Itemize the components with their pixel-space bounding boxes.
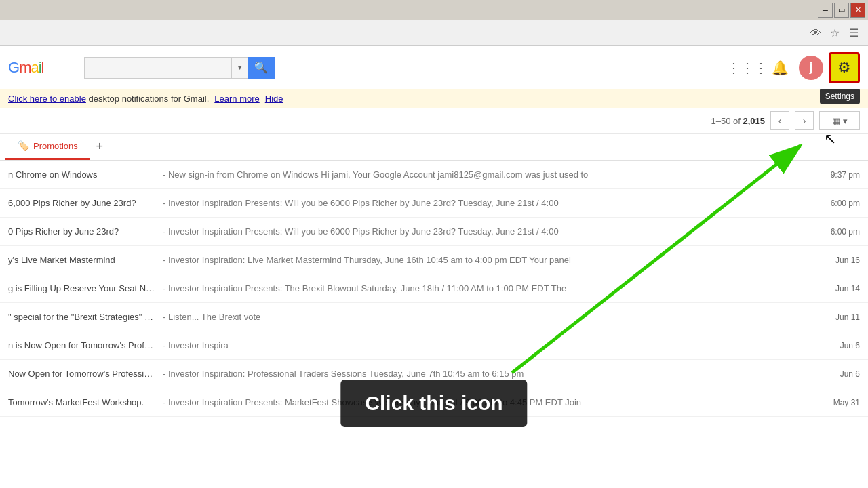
email-sender: Tomorrow's MarketFest Workshop. <box>8 397 157 407</box>
email-body: - Investor Inspiration: Live Market Mast… <box>163 255 817 265</box>
email-time: 6:00 pm <box>823 227 860 237</box>
email-sender: g is Filling Up Reserve Your Seat Now. <box>8 283 157 293</box>
email-time: Jun 6 <box>823 369 860 379</box>
email-row[interactable]: 0 Pips Richer by June 23rd? - Investor I… <box>0 218 868 246</box>
email-sender: Now Open for Tomorrow's Professional Tra… <box>8 369 157 379</box>
settings-gear-button[interactable]: ⚙ <box>829 52 860 83</box>
notifications-button[interactable]: 🔔 <box>766 54 793 81</box>
email-sender: 6,000 Pips Richer by June 23rd? <box>8 198 157 208</box>
menu-icon[interactable]: ☰ <box>846 26 861 41</box>
tabs-bar: 🏷️ Promotions + <box>0 134 868 161</box>
email-body: - Investor Inspira <box>163 340 817 350</box>
prev-page-btn[interactable]: ‹ <box>770 111 789 130</box>
view-dropdown-icon: ▾ <box>843 116 848 126</box>
view-icon: ▦ <box>832 116 840 126</box>
hide-link[interactable]: Hide <box>265 94 283 104</box>
promotions-tab-icon: 🏷️ <box>18 140 29 151</box>
window-minimize-btn[interactable]: ─ <box>818 3 833 18</box>
notification-text: desktop notifications for Gmail. <box>86 94 209 104</box>
window-chrome: ─ ▭ ✕ <box>0 0 868 20</box>
gmail-header: Gmail ▼ 🔍 ⋮⋮⋮ 🔔 j ⚙ Settings <box>0 46 868 89</box>
email-row[interactable]: g is Filling Up Reserve Your Seat Now. -… <box>0 274 868 303</box>
apps-button[interactable]: ⋮⋮⋮ <box>734 54 761 81</box>
email-sender: " special for the "Brexit Strategies" we… <box>8 312 157 322</box>
view-selector-btn[interactable]: ▦ ▾ <box>819 111 860 130</box>
email-row[interactable]: " special for the "Brexit Strategies" we… <box>0 303 868 331</box>
reader-icon[interactable]: 👁 <box>808 26 823 41</box>
header-right: ⋮⋮⋮ 🔔 j ⚙ Settings <box>734 52 860 83</box>
email-body: - Investor Inspiration: Professional Tra… <box>163 369 817 379</box>
account-avatar[interactable]: j <box>799 56 823 80</box>
email-time: Jun 14 <box>823 284 860 293</box>
settings-gear-container: ⚙ Settings <box>829 52 860 83</box>
email-sender: 0 Pips Richer by June 23rd? <box>8 226 157 237</box>
email-time: Jun 11 <box>823 312 860 322</box>
enable-notifications-link[interactable]: Click here to enable <box>8 94 86 104</box>
search-dropdown-btn[interactable]: ▼ <box>231 57 248 79</box>
email-time: 6:00 pm <box>823 199 860 208</box>
email-body: - Listen... The Brexit vote <box>163 312 817 322</box>
email-time: Jun 6 <box>823 341 860 350</box>
email-body: - Investor Inspiration Presents: The Bre… <box>163 283 817 293</box>
learn-more-link[interactable]: Learn more <box>214 94 259 104</box>
email-row[interactable]: n is Now Open for Tomorrow's Professiona… <box>0 331 868 360</box>
email-row[interactable]: y's Live Market Mastermind - Investor In… <box>0 246 868 274</box>
email-list: n Chrome on Windows - New sign-in from C… <box>0 161 868 417</box>
email-time: May 31 <box>823 398 860 407</box>
email-time: Jun 16 <box>823 256 860 265</box>
notification-banner: Click here to enable desktop notificatio… <box>0 89 868 108</box>
browser-toolbar: 👁 ☆ ☰ <box>0 20 868 46</box>
search-input[interactable] <box>84 57 231 79</box>
email-row[interactable]: n Chrome on Windows - New sign-in from C… <box>0 161 868 189</box>
email-time: 9:37 pm <box>823 170 860 180</box>
star-icon[interactable]: ☆ <box>827 26 842 41</box>
tab-promotions[interactable]: 🏷️ Promotions <box>5 134 90 160</box>
gmail-logo: Gmail <box>8 59 43 77</box>
search-button[interactable]: 🔍 <box>248 57 274 79</box>
next-page-btn[interactable]: › <box>795 111 814 130</box>
email-body: - Investor Inspiration Presents: Will yo… <box>163 226 817 237</box>
email-sender: n Chrome on Windows <box>8 169 157 180</box>
window-restore-btn[interactable]: ▭ <box>834 3 849 18</box>
click-tooltip: Click this icon <box>340 380 527 427</box>
window-close-btn[interactable]: ✕ <box>850 3 865 18</box>
email-body: - New sign-in from Chrome on Windows Hi … <box>163 169 817 180</box>
add-tab-button[interactable]: + <box>90 138 109 157</box>
email-sender: n is Now Open for Tomorrow's Professiona… <box>8 340 157 350</box>
pagination-bar: 1–50 of 2,015 ‹ › ▦ ▾ <box>0 108 868 134</box>
promotions-tab-label: Promotions <box>33 141 78 151</box>
pagination-text: 1–50 of 2,015 <box>711 116 765 126</box>
email-body: - Investor Inspiration Presents: Will yo… <box>163 198 817 208</box>
email-row[interactable]: 6,000 Pips Richer by June 23rd? - Invest… <box>0 189 868 218</box>
email-sender: y's Live Market Mastermind <box>8 255 157 265</box>
search-bar: ▼ 🔍 <box>84 57 274 79</box>
settings-tooltip: Settings <box>820 89 860 104</box>
